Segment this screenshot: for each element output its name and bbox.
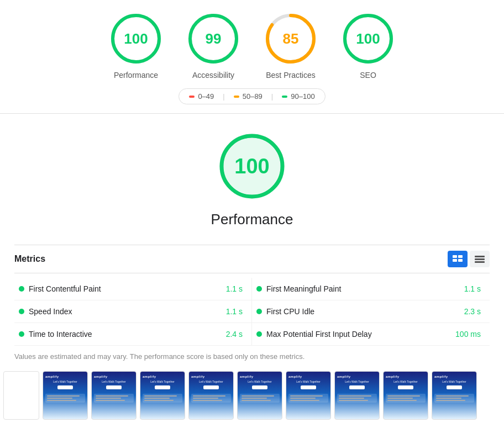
metric-row: Time to Interactive 2.4 s xyxy=(14,323,252,346)
score-circle-best-practices: 85 xyxy=(263,11,318,66)
thumb-headline: Let's Walk Together xyxy=(53,380,77,384)
score-item-seo: 100 SEO xyxy=(340,11,396,80)
score-label-accessibility: Accessibility xyxy=(192,71,234,80)
metric-dot xyxy=(19,286,24,292)
thumb-content xyxy=(143,394,182,403)
thumbnails-section: amplify Let's Walk Together amplify Let'… xyxy=(0,371,504,431)
legend-dot-1 xyxy=(234,96,239,98)
metric-name: First CPU Idle xyxy=(266,307,314,316)
metric-name: Max Potential First Input Delay xyxy=(266,330,372,339)
thumb-headline: Let's Walk Together xyxy=(248,380,271,384)
score-value-performance: 100 xyxy=(124,30,148,47)
thumbnail-item: amplify Let's Walk Together xyxy=(432,371,477,420)
svg-rect-11 xyxy=(453,255,457,258)
metrics-note: Values are estimated and may vary. The p… xyxy=(14,346,490,371)
metric-name: First Meaningful Paint xyxy=(266,284,341,293)
thumb-content xyxy=(191,394,231,403)
thumb-cta xyxy=(155,385,170,389)
metric-left: Time to Interactive xyxy=(19,330,92,339)
view-list-button[interactable] xyxy=(470,251,490,267)
metric-dot xyxy=(256,331,262,337)
metric-value: 1.1 s xyxy=(226,307,243,316)
metric-value: 2.3 s xyxy=(464,307,481,316)
thumb-cta xyxy=(447,385,462,389)
metric-left: First CPU Idle xyxy=(256,307,314,316)
thumbnail-item: amplify Let's Walk Together xyxy=(188,371,234,420)
metrics-header: Metrics xyxy=(14,245,490,273)
legend-dot-2 xyxy=(282,96,287,98)
main-score-value: 100 xyxy=(234,155,269,178)
score-label-performance: Performance xyxy=(114,71,158,80)
legend-item-1: 50–89 xyxy=(234,92,262,101)
thumb-logo: amplify xyxy=(94,375,134,378)
performance-section: 100 Performance xyxy=(0,114,504,245)
thumbnail-blank xyxy=(3,371,39,420)
metric-name: First Contentful Paint xyxy=(29,284,101,293)
metric-dot xyxy=(19,309,24,314)
thumb-cta xyxy=(349,385,365,389)
thumbnail-item: amplify Let's Walk Together xyxy=(286,371,331,420)
score-value-accessibility: 99 xyxy=(206,30,222,47)
metric-left: Speed Index xyxy=(19,307,72,316)
thumb-cta xyxy=(252,385,267,389)
legend-label-2: 90–100 xyxy=(291,92,314,101)
thumbnail-item: amplify Let's Walk Together xyxy=(140,371,185,420)
thumb-cta xyxy=(106,385,122,389)
legend-item-2: 90–100 xyxy=(282,92,314,101)
thumb-content xyxy=(94,394,134,403)
metric-name: Time to Interactive xyxy=(29,330,92,339)
score-item-accessibility: 99 Accessibility xyxy=(186,11,241,80)
scores-section: 100 Performance 99 Accessibility 85 Best… xyxy=(0,0,504,114)
thumb-headline: Let's Walk Together xyxy=(393,380,417,384)
score-label-seo: SEO xyxy=(360,71,376,80)
metric-dot xyxy=(256,286,262,292)
thumb-content xyxy=(240,394,280,403)
thumb-logo: amplify xyxy=(45,375,85,378)
thumb-content xyxy=(434,394,474,403)
legend-sep-0: | xyxy=(223,92,224,101)
metric-value: 1.1 s xyxy=(464,284,481,293)
thumbnail-item: amplify Let's Walk Together xyxy=(91,371,136,420)
metrics-section: Metrics First Cont xyxy=(3,245,501,371)
score-circle-performance: 100 xyxy=(108,11,164,66)
metrics-title: Metrics xyxy=(14,254,45,264)
svg-rect-17 xyxy=(475,261,485,263)
thumb-headline: Let's Walk Together xyxy=(150,380,174,384)
score-circle-accessibility: 99 xyxy=(186,11,241,66)
legend-item-0: 0–49 xyxy=(189,92,214,101)
thumb-cta xyxy=(203,385,219,389)
view-grid-button[interactable] xyxy=(448,251,468,267)
metric-dot xyxy=(19,331,24,337)
legend-row: 0–49 | 50–89 | 90–100 xyxy=(179,88,325,104)
thumb-content xyxy=(288,394,328,403)
thumb-logo: amplify xyxy=(386,375,426,378)
scores-row: 100 Performance 99 Accessibility 85 Best… xyxy=(108,11,396,80)
metric-row: Max Potential First Input Delay 100 ms xyxy=(252,323,490,346)
thumb-content xyxy=(337,394,377,403)
metric-left: First Contentful Paint xyxy=(19,284,101,293)
svg-rect-12 xyxy=(458,255,463,258)
thumb-headline: Let's Walk Together xyxy=(199,380,223,384)
metric-value: 1.1 s xyxy=(226,284,243,293)
thumbnail-item: amplify Let's Walk Together xyxy=(334,371,380,420)
metric-row: Speed Index 1.1 s xyxy=(14,300,252,323)
thumb-headline: Let's Walk Together xyxy=(102,380,125,384)
svg-rect-16 xyxy=(475,258,485,260)
metric-row: First CPU Idle 2.3 s xyxy=(252,300,490,323)
svg-rect-15 xyxy=(475,256,485,257)
thumbnail-item: amplify Let's Walk Together xyxy=(43,371,88,420)
svg-rect-14 xyxy=(458,259,463,262)
thumb-logo: amplify xyxy=(288,375,328,378)
metric-left: First Meaningful Paint xyxy=(256,284,341,293)
thumb-logo: amplify xyxy=(240,375,280,378)
score-label-best-practices: Best Practices xyxy=(266,71,315,80)
thumb-logo: amplify xyxy=(434,375,474,378)
legend-label-1: 50–89 xyxy=(243,92,262,101)
view-toggle xyxy=(448,251,490,267)
thumb-cta xyxy=(301,385,316,389)
thumb-headline: Let's Walk Together xyxy=(442,380,466,384)
metric-value: 2.4 s xyxy=(226,330,243,339)
metric-name: Speed Index xyxy=(29,307,72,316)
metric-row: First Contentful Paint 1.1 s xyxy=(14,278,252,300)
thumbnail-item: amplify Let's Walk Together xyxy=(237,371,282,420)
